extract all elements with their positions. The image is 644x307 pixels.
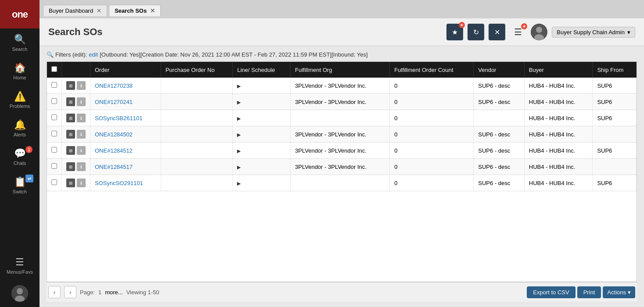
- expand-arrow-icon[interactable]: ▶: [237, 83, 241, 89]
- row-line-schedule: ▶: [233, 143, 291, 159]
- row-checkbox[interactable]: [51, 98, 57, 104]
- row-vendor: SUP6 - desc: [474, 143, 525, 159]
- sidebar-label-alerts: Alerts: [14, 132, 26, 137]
- row-checkbox[interactable]: [51, 82, 57, 88]
- order-link[interactable]: SOSyncSO291101: [95, 180, 143, 186]
- row-line-schedule: ▶: [233, 159, 291, 175]
- switch-arrows-icon: ⇄: [25, 175, 33, 182]
- row-checkbox-cell: [47, 159, 62, 175]
- row-vendor: SUP6 - desc: [474, 159, 525, 175]
- row-fulfillment-order-count: 0: [390, 143, 474, 159]
- row-grid-icon[interactable]: ⊞: [66, 178, 75, 187]
- order-link[interactable]: ONE#1270238: [95, 82, 133, 89]
- col-header-vendor: Vendor: [474, 62, 525, 78]
- order-link[interactable]: ONE#1284517: [95, 164, 133, 170]
- row-fulfillment-order-count: 0: [390, 78, 474, 94]
- table-footer: ‹ › Page: 1 more... Viewing 1-50 Export …: [47, 282, 637, 302]
- row-checkbox[interactable]: [51, 114, 57, 120]
- sidebar-item-alerts[interactable]: 🔔 Alerts: [0, 114, 40, 143]
- user-avatar: [11, 285, 28, 302]
- col-header-fulfillment-order-count: Fulfillment Order Count: [390, 62, 474, 78]
- sidebar-item-avatar[interactable]: [0, 280, 40, 307]
- sidebar-item-home[interactable]: 🏠 Home: [0, 57, 40, 86]
- row-info-icon[interactable]: ℹ: [77, 130, 86, 139]
- expand-arrow-icon[interactable]: ▶: [237, 132, 241, 137]
- expand-arrow-icon[interactable]: ▶: [237, 164, 241, 170]
- select-all-checkbox[interactable]: [51, 66, 57, 72]
- row-grid-icon[interactable]: ⊞: [66, 130, 75, 139]
- sidebar-item-problems[interactable]: ⚠️ Problems: [0, 86, 40, 114]
- row-fulfillment-org: 3PLVendor - 3PLVendor Inc.: [291, 78, 390, 94]
- star-button[interactable]: ★ ★: [446, 24, 463, 40]
- order-link[interactable]: ONE#1284502: [95, 131, 133, 138]
- sidebar-item-menus[interactable]: ☰ Menus/Favs: [0, 251, 40, 280]
- page-title: Search SOs: [48, 26, 103, 38]
- sidebar-item-switch[interactable]: 📋 ⇄ Switch: [0, 171, 40, 200]
- order-link[interactable]: SOSyncSB261101: [95, 115, 142, 121]
- pagination: ‹ › Page: 1 more... Viewing 1-50: [48, 286, 159, 298]
- export-csv-button[interactable]: Export to CSV: [527, 286, 575, 298]
- more-pages-link[interactable]: more...: [105, 289, 122, 296]
- header-avatar: [531, 24, 547, 40]
- refresh-button[interactable]: ↻: [468, 24, 484, 40]
- row-info-icon[interactable]: ℹ: [77, 146, 86, 155]
- user-dropdown[interactable]: Buyer Supply Chain Admin ▾: [552, 27, 635, 38]
- order-link[interactable]: ONE#1270241: [95, 99, 133, 105]
- col-header-buyer: Buyer: [524, 62, 593, 78]
- expand-arrow-icon[interactable]: ▶: [237, 148, 241, 154]
- home-icon: 🏠: [14, 62, 26, 74]
- row-fulfillment-order-count: 0: [390, 110, 474, 126]
- expand-arrow-icon[interactable]: ▶: [237, 100, 241, 105]
- row-checkbox[interactable]: [51, 179, 57, 185]
- row-info-icon[interactable]: ℹ: [77, 81, 86, 90]
- page-number: 1: [98, 289, 101, 296]
- row-buyer: HUB4 - HUB4 Inc.: [524, 94, 593, 110]
- row-line-schedule: ▶: [233, 94, 291, 110]
- row-checkbox[interactable]: [51, 163, 57, 169]
- app-logo[interactable]: one: [0, 0, 40, 29]
- row-action-icons: ⊞ ℹ: [62, 126, 90, 143]
- row-info-icon[interactable]: ℹ: [77, 162, 86, 171]
- chat-icon: 💬: [14, 148, 26, 159]
- svg-point-1: [17, 288, 23, 294]
- header-actions: ★ ★ ↻ ✕ ☰ ★ Buyer Supply Chain: [446, 24, 635, 40]
- row-grid-icon[interactable]: ⊞: [66, 81, 75, 90]
- col-header-line-schedule: Line/ Schedule: [233, 62, 291, 78]
- tab-close-buyer-dashboard[interactable]: ✕: [97, 8, 101, 14]
- close-button[interactable]: ✕: [489, 24, 505, 40]
- sidebar-item-search[interactable]: 🔍 Search: [0, 29, 40, 57]
- row-grid-icon[interactable]: ⊞: [66, 146, 75, 155]
- row-line-schedule: ▶: [233, 78, 291, 94]
- row-fulfillment-order-count: 0: [390, 126, 474, 143]
- row-action-icons: ⊞ ℹ: [62, 143, 90, 159]
- dropdown-chevron-icon: ▾: [627, 29, 630, 36]
- print-button[interactable]: Print: [577, 286, 601, 298]
- row-checkbox[interactable]: [51, 147, 57, 153]
- expand-arrow-icon[interactable]: ▶: [237, 116, 241, 121]
- table-row: ⊞ ℹ ONE#1270238▶3PLVendor - 3PLVendor In…: [47, 78, 637, 94]
- menu-notification-badge: ★: [521, 23, 527, 29]
- row-checkbox[interactable]: [51, 131, 57, 136]
- row-info-icon[interactable]: ℹ: [77, 97, 86, 106]
- row-buyer: HUB4 - HUB4 Inc.: [524, 110, 593, 126]
- expand-arrow-icon[interactable]: ▶: [237, 181, 241, 186]
- tab-search-sos[interactable]: Search SOs ✕: [109, 5, 161, 16]
- tab-close-search-sos[interactable]: ✕: [150, 8, 155, 14]
- col-header-icons: [62, 62, 90, 78]
- row-grid-icon[interactable]: ⊞: [66, 114, 75, 122]
- row-grid-icon[interactable]: ⊞: [66, 162, 75, 171]
- filters-edit-link[interactable]: edit: [89, 51, 98, 58]
- prev-page-button[interactable]: ‹: [48, 286, 61, 298]
- row-ship-from: SUP6: [593, 94, 637, 110]
- next-page-button[interactable]: ›: [64, 286, 76, 298]
- row-purchase-order-no: [161, 94, 233, 110]
- row-grid-icon[interactable]: ⊞: [66, 97, 75, 106]
- row-ship-from: SUP6: [593, 110, 637, 126]
- actions-button[interactable]: Actions ▾: [603, 286, 635, 298]
- row-info-icon[interactable]: ℹ: [77, 178, 86, 187]
- row-info-icon[interactable]: ℹ: [77, 114, 86, 122]
- sidebar-item-chats[interactable]: 💬 1 Chats: [0, 143, 40, 171]
- menu-notification-button[interactable]: ☰ ★: [510, 24, 526, 40]
- tab-buyer-dashboard[interactable]: Buyer Dashboard ✕: [43, 5, 107, 16]
- order-link[interactable]: ONE#1284512: [95, 147, 133, 154]
